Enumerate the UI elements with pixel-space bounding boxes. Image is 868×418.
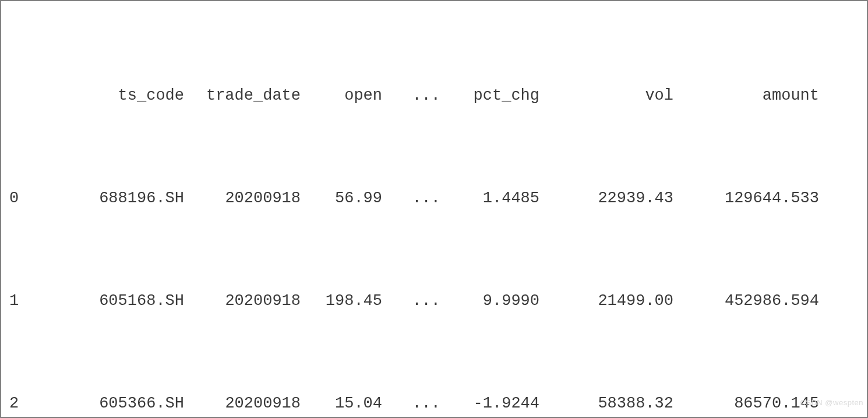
header-vol: vol (539, 83, 673, 108)
cell-vol: 58388.32 (539, 391, 673, 416)
cell-trade_date: 20200918 (184, 391, 301, 416)
cell-vol: 21499.00 (539, 288, 673, 314)
cell-ellipsis: ... (382, 185, 440, 211)
header-index (9, 83, 68, 108)
header-ellipsis: ... (382, 83, 440, 108)
cell-ts_code: 605366.SH (68, 391, 184, 416)
dataframe-output: ts_code trade_date open ... pct_chg vol … (0, 0, 868, 418)
cell-ts_code: 605168.SH (68, 288, 184, 314)
cell-trade_date: 20200918 (184, 288, 301, 314)
table-row: 2 605366.SH 20200918 15.04 ... -1.9244 5… (9, 391, 859, 416)
row-index: 0 (9, 185, 68, 211)
cell-pct_chg: 1.4485 (440, 185, 539, 211)
cell-pct_chg: -1.9244 (440, 391, 539, 416)
header-open: open (301, 83, 382, 108)
cell-vol: 22939.43 (539, 185, 673, 211)
table-row: 1 605168.SH 20200918 198.45 ... 9.9990 2… (9, 288, 859, 314)
header-trade_date: trade_date (184, 83, 301, 108)
cell-amount: 452986.594 (673, 288, 819, 314)
cell-amount: 86570.145 (673, 391, 819, 416)
header-ts_code: ts_code (68, 83, 184, 108)
table-row: 0 688196.SH 20200918 56.99 ... 1.4485 22… (9, 185, 859, 211)
cell-pct_chg: 9.9990 (440, 288, 539, 314)
cell-open: 15.04 (301, 391, 382, 416)
header-amount: amount (673, 83, 819, 108)
watermark: CSDN @wespten (800, 390, 863, 416)
cell-trade_date: 20200918 (184, 185, 301, 211)
cell-ts_code: 688196.SH (68, 185, 184, 211)
header-pct_chg: pct_chg (440, 83, 539, 108)
row-index: 1 (9, 288, 68, 314)
cell-ellipsis: ... (382, 288, 440, 314)
row-index: 2 (9, 391, 68, 416)
cell-ellipsis: ... (382, 391, 440, 416)
cell-open: 198.45 (301, 288, 382, 314)
cell-open: 56.99 (301, 185, 382, 211)
cell-amount: 129644.533 (673, 185, 819, 211)
header-row: ts_code trade_date open ... pct_chg vol … (9, 83, 859, 108)
